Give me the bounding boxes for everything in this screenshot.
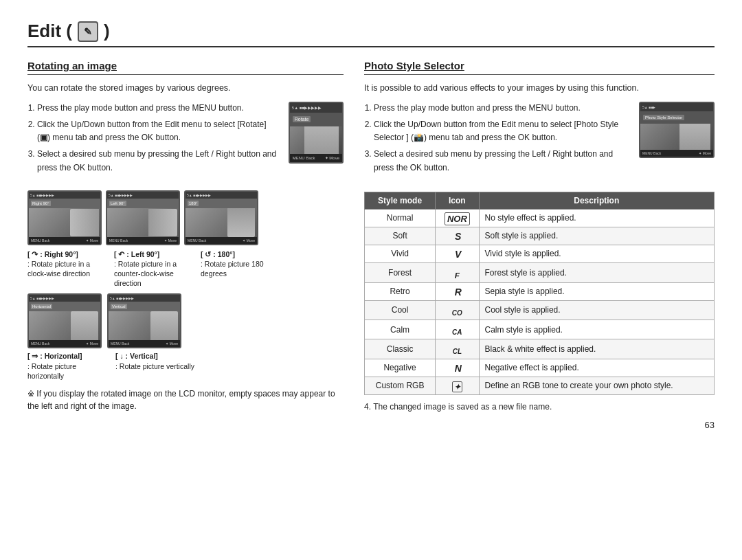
style-icon-cell: S — [436, 227, 479, 245]
table-row: Soft SSoft style is applied. — [365, 227, 715, 245]
right-section-title: Photo Style Selector — [364, 60, 715, 75]
table-row: Custom RGB✦Define an RGB tone to create … — [365, 377, 715, 394]
page-title: Edit ( ✎ ) — [27, 21, 715, 47]
style-icon-cell: CA — [436, 320, 479, 339]
style-icon-cell: N — [436, 359, 479, 377]
right-instructions: Press the play mode button and press the… — [364, 102, 631, 178]
left-section-title: Rotating an image — [27, 60, 344, 75]
caption-vertical: [ ↓ : Vertical]: Rotate picture vertical… — [115, 351, 198, 381]
caption-left90: [ ↶ : Left 90°]: Rotate picture in a cou… — [114, 249, 196, 289]
left-note: ※ If you display the rotated image on th… — [27, 388, 344, 412]
table-row: ForestFForest style is applied. — [365, 262, 715, 282]
style-mode-cell: Negative — [365, 359, 436, 377]
right-section-desc: It is possible to add various effects to… — [364, 82, 715, 95]
style-mode-cell: Retro — [365, 282, 436, 300]
screen-left90: 5▲ ■■▶▶▶▶▶ Left 90° MENU Back✦ Move — [106, 190, 180, 245]
style-mode-cell: Soft — [365, 227, 436, 245]
table-header-icon: Icon — [436, 192, 479, 209]
style-desc-cell: Cool style is applied. — [479, 300, 714, 320]
left-instructions: Press the play mode button and press the… — [27, 102, 280, 178]
style-table: Style mode Icon Description NormalNORNo … — [364, 192, 715, 395]
table-row: Vivid VVivid style is applied. — [365, 245, 715, 262]
table-row: CalmCACalm style is applied. — [365, 320, 715, 339]
style-mode-cell: Cool — [365, 300, 436, 320]
style-mode-cell: Custom RGB — [365, 377, 436, 394]
style-desc-cell: Sepia style is applied. — [479, 282, 714, 300]
style-desc-cell: Calm style is applied. — [479, 320, 714, 339]
style-icon-cell: F — [436, 262, 479, 282]
caption-right90: [ ↷ : Right 90°]: Rotate picture in a cl… — [27, 249, 110, 289]
style-icon-cell: CO — [436, 300, 479, 320]
captions-row1: [ ↷ : Right 90°]: Rotate picture in a cl… — [27, 249, 344, 289]
caption-horizontal: [ ⇒ : Horizontal]: Rotate picture horizo… — [27, 351, 110, 381]
table-row: NormalNORNo style effect is applied. — [365, 209, 715, 227]
style-icon-cell: R — [436, 282, 479, 300]
camera-screen-main: 5▲■■▶▶▶▶▶ Rotate MENU Back✦ Move — [289, 102, 344, 164]
style-desc-cell: Define an RGB tone to create your own ph… — [479, 377, 714, 394]
style-icon-cell: NOR — [436, 209, 479, 227]
left-instr-1: Press the play mode button and press the… — [37, 102, 280, 115]
style-mode-cell: Vivid — [365, 245, 436, 262]
style-desc-cell: No style effect is applied. — [479, 209, 714, 227]
left-section-desc: You can rotate the stored images by vari… — [27, 82, 344, 95]
screen-180: 5▲ ■■▶▶▶▶▶ 180° MENU Back✦ Move — [184, 190, 258, 245]
table-header-desc: Description — [479, 192, 714, 209]
table-header-style: Style mode — [365, 192, 436, 209]
captions-row2: [ ⇒ : Horizontal]: Rotate picture horizo… — [27, 351, 344, 381]
style-mode-cell: Normal — [365, 209, 436, 227]
style-mode-cell: Calm — [365, 320, 436, 339]
style-desc-cell: Vivid style is applied. — [479, 245, 714, 262]
style-icon-cell: V — [436, 245, 479, 262]
left-instr-2: Click the Up/Down button from the Edit m… — [37, 118, 280, 146]
style-desc-cell: Negative effect is applied. — [479, 359, 714, 377]
camera-screen-style: 5▲ ■■▶ Photo Style Selector MENU Back✦ M… — [639, 102, 715, 158]
left-column: Rotating an image You can rotate the sto… — [27, 60, 344, 413]
right-instr-2: Click the Up/Down button from the Edit m… — [374, 118, 631, 146]
left-instructions-block: Press the play mode button and press the… — [27, 102, 344, 185]
style-desc-cell: Soft style is applied. — [479, 227, 714, 245]
table-row: Retro RSepia style is applied. — [365, 282, 715, 300]
style-mode-cell: Classic — [365, 339, 436, 359]
style-desc-cell: Black & white effect is applied. — [479, 339, 714, 359]
style-mode-cell: Forest — [365, 262, 436, 282]
title-paren-close: ) — [104, 21, 110, 42]
style-icon-cell: ✦ — [436, 377, 479, 394]
right-footer-note: 4. The changed image is saved as a new f… — [364, 401, 715, 413]
screen-horizontal: 5▲ ■■▶▶▶▶▶ Horizontal MENU Back✦ Move — [27, 293, 102, 348]
table-row: CoolCOCool style is applied. — [365, 300, 715, 320]
style-desc-cell: Forest style is applied. — [479, 262, 714, 282]
screen-right90: 5▲ ■■▶▶▶▶▶ Right 90° MENU Back✦ Move — [27, 190, 102, 245]
left-instr-3: Select a desired sub menu by pressing th… — [37, 148, 280, 175]
style-icon-cell: CL — [436, 339, 479, 359]
right-column: Photo Style Selector It is possible to a… — [364, 60, 715, 413]
title-text: Edit ( — [27, 21, 72, 42]
page-number: 63 — [27, 420, 715, 430]
rotation-screens-row2: 5▲ ■■▶▶▶▶▶ Horizontal MENU Back✦ Move 5▲… — [27, 293, 344, 348]
table-row: Negative NNegative effect is applied. — [365, 359, 715, 377]
screen-vertical: 5▲ ■■▶▶▶▶▶ Vertical MENU Back✦ Move — [107, 293, 181, 348]
right-instructions-block: Press the play mode button and press the… — [364, 102, 715, 185]
right-instr-3: Select a desired sub menu by pressing th… — [374, 148, 631, 175]
table-row: ClassicCLBlack & white effect is applied… — [365, 339, 715, 359]
edit-icon: ✎ — [78, 21, 98, 42]
right-instr-1: Press the play mode button and press the… — [374, 102, 631, 115]
rotation-screens-row1: 5▲ ■■▶▶▶▶▶ Right 90° MENU Back✦ Move 5▲ … — [27, 190, 344, 245]
caption-180: [ ↺ : 180°]: Rotate picture 180 degrees — [201, 249, 283, 289]
